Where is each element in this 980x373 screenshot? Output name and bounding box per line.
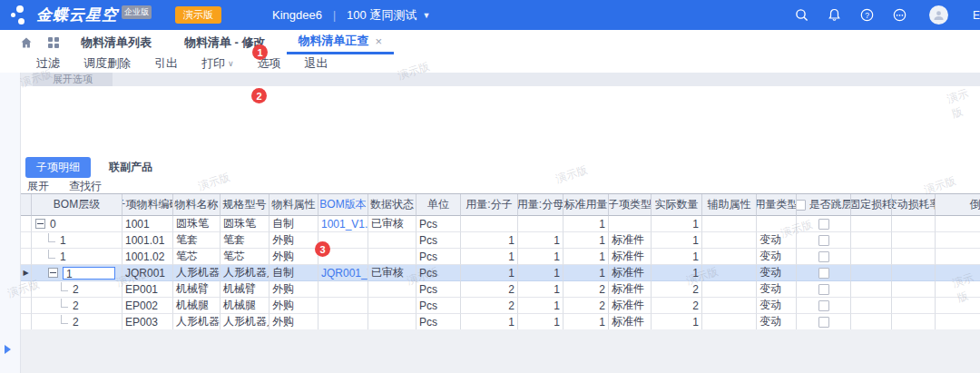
cell-skip[interactable] [797,249,851,265]
table-row[interactable]: 01001圆珠笔圆珠笔自制1001_V1.0已审核Pcs11 [21,216,980,232]
cell-level[interactable]: 1 [32,249,122,265]
cell-utype[interactable]: 变动 [757,232,797,249]
cell-spec[interactable]: 人形机器人 [220,265,270,281]
cell-unit[interactable]: Pcs [416,298,461,314]
cell-num[interactable]: 1 [461,265,518,281]
cell-code[interactable]: 1001 [122,216,173,232]
cell-ctype[interactable]: 标准件 [609,314,652,330]
cell-unit[interactable]: Pcs [416,232,461,249]
cell-utype[interactable] [757,216,797,232]
table-row[interactable]: 2EP003人形机器人电池人形机器人电池外购Pcs111标准件1变动 [21,314,980,330]
table-row[interactable]: 2EP002机械腿机械腿外购Pcs212标准件2变动 [21,298,980,314]
cell-attr[interactable]: 外购 [270,249,318,265]
cell-bom_version[interactable] [318,298,368,314]
cell-attr[interactable]: 外购 [270,298,318,314]
cell-level[interactable]: 2 [32,314,122,330]
cell-den[interactable]: 1 [518,249,564,265]
cell-aux[interactable] [702,216,757,232]
cell-unit[interactable]: Pcs [416,314,461,330]
cell-extra[interactable] [936,265,980,281]
cell-actual[interactable]: 2 [652,281,702,298]
cell-name[interactable]: 笔芯 [173,249,220,265]
cell-skip[interactable] [797,298,851,314]
cell-actual[interactable]: 2 [652,298,702,314]
cell-bom_version[interactable]: 1001_V1.0 [318,216,368,232]
cell-fixed[interactable] [851,249,892,265]
cell-skip[interactable] [797,281,851,298]
cell-code[interactable]: 1001.01 [122,232,173,249]
cell-utype[interactable]: 变动 [757,314,797,330]
search-icon[interactable] [795,8,808,22]
cell-spec[interactable]: 机械腿 [220,298,270,314]
collapse-node-icon[interactable] [48,268,58,278]
cell-den[interactable]: 1 [518,314,564,330]
cell-name[interactable]: 人形机器人电池 [173,314,220,330]
print-button[interactable]: 打印∨ [201,55,234,72]
cell-extra[interactable] [936,314,980,330]
cell-varloss[interactable] [892,249,936,265]
tab-bom-list[interactable]: 物料清单列表 [69,30,163,54]
column-header-skip[interactable]: 是否跳层 [797,194,851,216]
cell-ctype[interactable]: 标准件 [609,281,652,298]
cell-ctype[interactable]: 标准件 [609,265,652,281]
bell-icon[interactable] [828,8,841,22]
cell-indicator[interactable] [21,232,32,249]
cell-skip[interactable] [797,216,851,232]
cell-std[interactable]: 1 [564,265,609,281]
cell-unit[interactable]: Pcs [416,216,461,232]
org-switcher[interactable]: 100 逐同测试 [347,7,416,24]
cell-den[interactable]: 1 [518,281,564,298]
cell-actual[interactable]: 1 [652,232,702,249]
table-row[interactable]: ▶1JQR001人形机器人人形机器人自制JQR001_V1.0已审核Pcs111… [21,265,980,281]
cell-extra[interactable] [936,232,980,249]
home-icon[interactable] [20,36,33,49]
exit-button[interactable]: 退出 [305,55,328,72]
cell-code[interactable]: EP001 [122,281,173,298]
cell-extra[interactable] [936,249,980,265]
cell-attr[interactable]: 自制 [270,216,318,232]
cell-bom_version[interactable] [318,314,368,330]
cell-aux[interactable] [702,314,757,330]
cell-utype[interactable]: 变动 [757,298,797,314]
cell-fixed[interactable] [851,314,892,330]
cell-status[interactable] [368,232,416,249]
checkbox-icon[interactable] [818,219,829,230]
cell-code[interactable]: JQR001 [122,265,173,281]
cell-aux[interactable] [702,281,757,298]
cell-bom_version[interactable]: JQR001_V1.0 [318,265,368,281]
cell-level[interactable]: 1 [32,265,122,281]
cell-skip[interactable] [797,232,851,249]
cell-num[interactable]: 2 [461,298,518,314]
cell-attr[interactable]: 自制 [270,265,318,281]
table-row[interactable]: 11001.01笔套笔套外购Pcs111标准件1变动 [21,232,980,249]
checkbox-icon[interactable] [818,251,829,262]
checkbox-icon[interactable] [818,235,829,246]
cell-utype[interactable]: 变动 [757,249,797,265]
cell-indicator[interactable]: ▶ [21,265,32,281]
cell-indicator[interactable] [21,314,32,330]
cell-code[interactable]: 1001.02 [122,249,173,265]
cell-status[interactable] [368,249,416,265]
cell-varloss[interactable] [892,281,936,298]
cell-ctype[interactable]: 标准件 [609,249,652,265]
cell-ctype[interactable]: 标准件 [609,298,652,314]
cell-level[interactable]: 2 [32,281,122,298]
close-icon[interactable]: × [376,34,383,48]
cell-indicator[interactable] [21,249,32,265]
cell-ctype[interactable] [609,216,652,232]
cell-code[interactable]: EP002 [122,298,173,314]
cell-actual[interactable]: 1 [652,216,702,232]
checkbox-icon[interactable] [797,200,806,211]
cell-spec[interactable]: 笔套 [220,232,270,249]
cell-varloss[interactable] [892,232,936,249]
cell-den[interactable] [518,216,564,232]
cell-num[interactable]: 1 [461,314,518,330]
filter-button[interactable]: 过滤 [36,55,60,72]
cell-varloss[interactable] [892,314,936,330]
cell-indicator[interactable] [21,216,32,232]
cell-aux[interactable] [702,298,757,314]
cell-skip[interactable] [797,265,851,281]
collapse-node-icon[interactable] [35,219,45,229]
cell-level[interactable]: 2 [32,298,122,314]
help-icon[interactable]: ? [860,8,874,22]
